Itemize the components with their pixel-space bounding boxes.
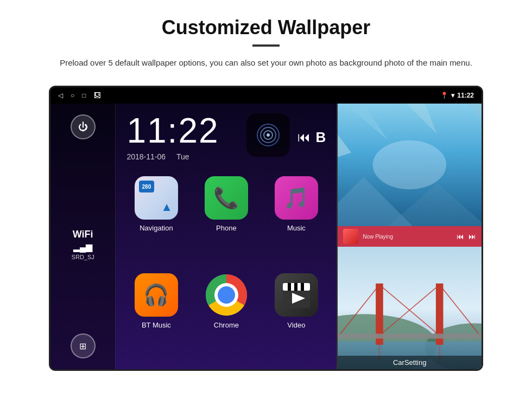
ice-cave-svg: [338, 104, 482, 226]
apps-grid-icon: ⊞: [79, 341, 86, 351]
video-icon: [275, 273, 318, 317]
media-playback-row: ⏮ B: [297, 129, 326, 146]
carsetting-text: CarSetting: [393, 358, 426, 367]
wifi-ssid: SRD_SJ: [72, 254, 94, 260]
status-bar: ◁ ○ □ ⛾ 📍 ▾ 11:22: [50, 87, 482, 104]
player-controls[interactable]: ⏮ ⏭: [457, 232, 476, 241]
svg-rect-11: [301, 283, 304, 291]
recents-nav-icon: □: [82, 92, 86, 99]
title-divider: [252, 44, 280, 47]
navigation-label: Navigation: [140, 224, 173, 232]
sidebar-top: ⏻: [71, 114, 96, 139]
page-description: Preload over 5 default wallpaper options…: [43, 56, 489, 69]
player-prev-icon[interactable]: ⏮: [457, 232, 464, 241]
clock-block: 11:22 2018-11-06 Tue: [126, 113, 219, 161]
chrome-icon: [205, 273, 248, 317]
location-icon: 📍: [440, 92, 448, 99]
media-widget-icon: [246, 113, 290, 157]
wifi-bars: ▂▄▆: [72, 242, 94, 252]
status-left: ◁ ○ □ ⛾: [58, 92, 100, 99]
app-item-video[interactable]: Video: [261, 268, 331, 365]
video-svg: [280, 279, 313, 311]
music-glyph: 🎵: [283, 186, 309, 210]
media-letter-b: B: [316, 129, 326, 146]
player-next-icon[interactable]: ⏭: [468, 232, 476, 241]
app-item-chrome[interactable]: Chrome: [191, 268, 261, 365]
power-icon: ⏻: [78, 121, 88, 133]
app-item-bt-music[interactable]: 🎧 BT Music: [121, 268, 191, 365]
bt-music-icon: 🎧: [135, 273, 178, 317]
svg-point-20: [373, 140, 447, 189]
signal-icon: ▾: [451, 92, 454, 99]
main-content: 11:22 2018-11-06 Tue: [116, 104, 337, 369]
skip-back-icon[interactable]: ⏮: [297, 130, 311, 145]
svg-rect-9: [288, 283, 291, 291]
wifi-signal-svg: [255, 121, 282, 149]
chrome-label: Chrome: [214, 321, 239, 329]
music-icon: 🎵: [275, 176, 318, 220]
nav-route-number: 280: [142, 184, 151, 190]
nav-route-badge: 280: [139, 181, 154, 192]
clock-day: Tue: [176, 152, 189, 161]
sidebar: ⏻ WiFi ▂▄▆ SRD_SJ ⊞: [50, 104, 116, 369]
clock-time: 11:22: [126, 113, 219, 148]
wifi-info: WiFi ▂▄▆ SRD_SJ: [72, 229, 94, 260]
home-nav-icon: ○: [71, 92, 74, 99]
phone-glyph: 📞: [213, 186, 239, 210]
app-item-navigation[interactable]: 280 ▲ Navigation: [121, 171, 191, 268]
back-nav-icon: ◁: [58, 92, 63, 99]
svg-rect-10: [294, 283, 297, 291]
wallpaper-panel: Now Playing ⏮ ⏭: [337, 104, 482, 369]
carsetting-label[interactable]: CarSetting: [338, 356, 482, 369]
device-frame: ◁ ○ □ ⛾ 📍 ▾ 11:22 ⏻ WiFi: [49, 86, 483, 371]
screenshot-icon: ⛾: [94, 92, 100, 99]
wallpaper-thumb-bridge[interactable]: CarSetting: [338, 247, 482, 369]
player-strip: Now Playing ⏮ ⏭: [338, 226, 482, 247]
player-track: Now Playing: [363, 234, 452, 240]
clock-area: 11:22 2018-11-06 Tue: [116, 104, 337, 166]
apps-button[interactable]: ⊞: [71, 333, 96, 358]
music-label: Music: [287, 224, 306, 232]
wallpaper-thumb-ice[interactable]: [338, 104, 482, 226]
clock-date-value: 2018-11-06: [126, 152, 166, 161]
phone-icon: 📞: [205, 176, 248, 220]
svg-point-3: [267, 133, 270, 137]
app-item-music[interactable]: 🎵 Music: [261, 171, 331, 268]
status-right: 📍 ▾ 11:22: [440, 92, 474, 99]
screen: ⏻ WiFi ▂▄▆ SRD_SJ ⊞ 11:22: [50, 104, 482, 369]
svg-rect-31: [338, 333, 482, 338]
bt-glyph: 🎧: [143, 283, 169, 307]
player-info: Now Playing: [363, 234, 452, 240]
app-grid: 280 ▲ Navigation 📞 Phone: [116, 166, 337, 369]
player-album-art: [343, 229, 358, 244]
wifi-label: WiFi: [72, 229, 94, 240]
bt-music-label: BT Music: [142, 321, 171, 329]
chrome-svg: [205, 273, 248, 317]
page-title: Customized Wallpaper: [33, 16, 499, 39]
media-controls: ⏮ B: [246, 113, 326, 161]
clock-date: 2018-11-06 Tue: [126, 152, 219, 161]
phone-label: Phone: [216, 224, 237, 232]
app-item-phone[interactable]: 📞 Phone: [191, 171, 261, 268]
bridge-svg: [338, 247, 482, 369]
nav-arrow-icon: ▲: [161, 200, 173, 214]
status-time: 11:22: [457, 92, 474, 99]
svg-point-6: [218, 286, 235, 304]
navigation-icon: 280 ▲: [135, 176, 178, 220]
video-label: Video: [287, 321, 305, 329]
power-button[interactable]: ⏻: [71, 114, 96, 139]
